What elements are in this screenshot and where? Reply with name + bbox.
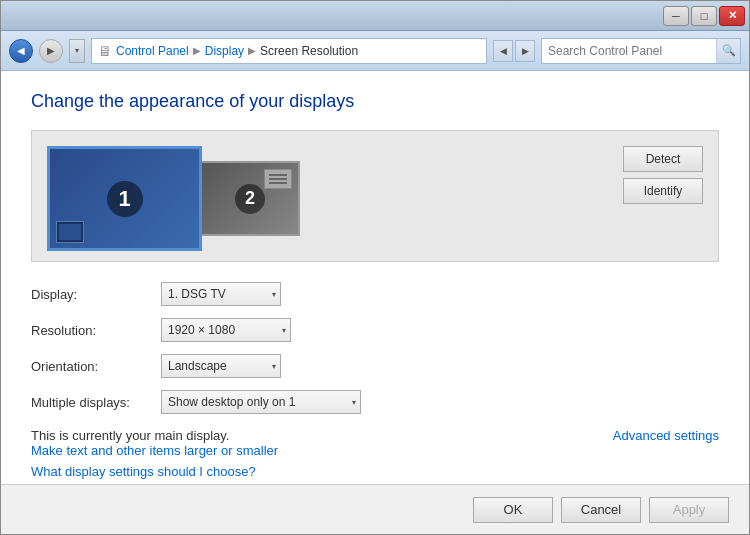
orientation-select-arrow: ▾ [272,362,276,371]
detect-button[interactable]: Detect [623,146,703,172]
orientation-row: Orientation: Landscape ▾ [31,354,719,378]
multiple-displays-label: Multiple displays: [31,395,161,410]
orientation-select[interactable]: Landscape ▾ [161,354,281,378]
multiple-displays-row: Multiple displays: Show desktop only on … [31,390,719,414]
main-window: ─ □ ✕ ◀ ▶ ▾ 🖥 Control Panel ▶ Display ▶ … [0,0,750,535]
monitor-screen [59,224,81,240]
search-input[interactable] [542,44,716,58]
main-display-row: Advanced settings This is currently your… [31,428,719,443]
breadcrumb-arrow-1: ▶ [193,45,201,56]
resolution-label: Resolution: [31,323,161,338]
forward-icon: ▶ [47,45,55,56]
search-button[interactable]: 🔍 [716,39,740,63]
widget-line-3 [269,182,287,184]
display-select-arrow: ▾ [272,290,276,299]
displays-area: 1 2 [47,146,300,251]
content-area: Change the appearance of your displays 1 [1,71,749,484]
monitor-icon-display1 [56,221,84,243]
display-settings-link[interactable]: What display settings should I choose? [31,464,256,479]
back-button[interactable]: ◀ [9,39,33,63]
bottom-bar: OK Cancel Apply [1,484,749,534]
display-label: Display: [31,287,161,302]
identify-button[interactable]: Identify [623,178,703,204]
folder-icon: 🖥 [98,43,112,59]
resolution-select-arrow: ▾ [282,326,286,335]
multiple-displays-select-value: Show desktop only on 1 [168,395,348,409]
resolution-row: Resolution: 1920 × 1080 ▾ [31,318,719,342]
display-1-number: 1 [107,181,143,217]
display-select-value: 1. DSG TV [168,287,268,301]
search-bar: 🔍 [541,38,741,64]
text-size-link[interactable]: Make text and other items larger or smal… [31,443,278,458]
resolution-select-value: 1920 × 1080 [168,323,278,337]
link-row-1: Make text and other items larger or smal… [31,443,719,458]
title-bar-buttons: ─ □ ✕ [663,6,745,26]
maximize-button[interactable]: □ [691,6,717,26]
address-bar: ◀ ▶ ▾ 🖥 Control Panel ▶ Display ▶ Screen… [1,31,749,71]
widget-line-1 [269,174,287,176]
resolution-select[interactable]: 1920 × 1080 ▾ [161,318,291,342]
display-select[interactable]: 1. DSG TV ▾ [161,282,281,306]
addr-forward-arrow[interactable]: ▶ [515,40,535,62]
forward-button[interactable]: ▶ [39,39,63,63]
main-display-text: This is currently your main display. [31,428,229,443]
page-title: Change the appearance of your displays [31,91,719,112]
breadcrumb-bar: 🖥 Control Panel ▶ Display ▶ Screen Resol… [91,38,487,64]
apply-button[interactable]: Apply [649,497,729,523]
display-row: Display: 1. DSG TV ▾ [31,282,719,306]
display-1[interactable]: 1 [47,146,202,251]
title-bar: ─ □ ✕ [1,1,749,31]
addr-back-arrow[interactable]: ◀ [493,40,513,62]
display-2-widget [264,169,292,189]
address-nav-arrows: ◀ ▶ [493,40,535,62]
nav-dropdown-button[interactable]: ▾ [69,39,85,63]
search-icon: 🔍 [722,44,736,57]
breadcrumb-control-panel[interactable]: Control Panel [116,44,189,58]
multiple-displays-select-arrow: ▾ [352,398,356,407]
form-section: Display: 1. DSG TV ▾ Resolution: 1920 × … [31,282,719,414]
display-preview-container: 1 2 Detect Identify [31,130,719,262]
breadcrumb-display[interactable]: Display [205,44,244,58]
display-2-number: 2 [235,184,265,214]
minimize-button[interactable]: ─ [663,6,689,26]
orientation-label: Orientation: [31,359,161,374]
advanced-settings-link[interactable]: Advanced settings [613,428,719,443]
ok-button[interactable]: OK [473,497,553,523]
widget-lines [269,174,287,184]
widget-line-2 [269,178,287,180]
breadcrumb-arrow-2: ▶ [248,45,256,56]
detect-identify-btns: Detect Identify [623,146,703,204]
back-icon: ◀ [17,45,25,56]
orientation-select-value: Landscape [168,359,268,373]
multiple-displays-select[interactable]: Show desktop only on 1 ▾ [161,390,361,414]
display-2[interactable]: 2 [200,161,300,236]
link-row-2: What display settings should I choose? [31,464,719,479]
dropdown-icon: ▾ [75,46,79,55]
cancel-button[interactable]: Cancel [561,497,641,523]
close-button[interactable]: ✕ [719,6,745,26]
breadcrumb-current: Screen Resolution [260,44,358,58]
